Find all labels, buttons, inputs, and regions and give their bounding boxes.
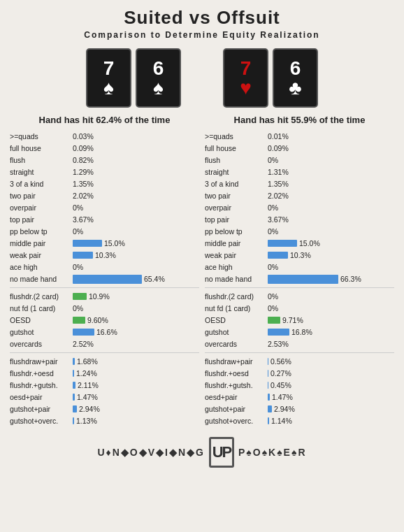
offsuit-col: >=quads 0.01% full house 0.09% flush 0% …: [202, 131, 397, 427]
stat-bar-area: 1.14%: [268, 417, 394, 425]
stat-row: weak pair 10.3%: [205, 250, 394, 261]
stat-label: flushdr.(2 card): [10, 292, 73, 301]
offsuit-card2-suit: ♣: [289, 78, 301, 98]
stat-label: flushdr.+oesd: [205, 369, 268, 378]
stat-row: flushdraw+pair 1.68%: [10, 356, 199, 367]
stat-label: ace high: [205, 263, 268, 271]
stat-pct: 2.11%: [78, 381, 99, 389]
stat-bar-area: 0.82%: [73, 156, 199, 164]
stat-row: gutshot+pair 2.94%: [205, 403, 394, 415]
stat-pct: 65.4%: [144, 275, 165, 283]
stat-pct: 2.02%: [268, 192, 289, 200]
offsuit-card1: 7 ♥: [223, 48, 268, 108]
stat-bar-area: 0%: [73, 304, 199, 312]
logo-row: U♦N◆O◆V◆I◆N◆G UP P♠O♠K♠E♠R: [0, 437, 404, 468]
stat-bar-area: 16.8%: [268, 328, 394, 336]
stat-pct: 0%: [73, 203, 83, 212]
suited-card1-rank: 7: [103, 59, 115, 78]
stat-label: >=quads: [205, 132, 268, 141]
offsuit-card2: 6 ♣: [273, 48, 318, 108]
stat-bar-area: 3.67%: [73, 215, 199, 224]
stat-bar-area: 10.3%: [268, 251, 394, 259]
stat-pct: 1.35%: [73, 180, 94, 188]
stat-label: middle pair: [10, 239, 73, 247]
stat-pct: 2.94%: [274, 405, 295, 413]
suited-col: >=quads 0.03% full house 0.09% flush 0.8…: [7, 131, 202, 427]
stat-row: ace high 0%: [10, 261, 199, 273]
stat-label: 3 of a kind: [10, 180, 73, 188]
stat-label: top pair: [10, 215, 73, 224]
stat-bar-area: 9.71%: [268, 316, 394, 324]
stat-pct: 66.3%: [340, 275, 361, 283]
stat-row: full house 0.09%: [205, 143, 394, 154]
divider: [205, 287, 394, 288]
stat-row: flushdr.(2 card) 0%: [205, 291, 394, 302]
page-title: Suited vs Offsuit: [0, 7, 404, 29]
stat-label: straight: [10, 168, 73, 176]
stat-row: flushdr.+oesd 0.27%: [205, 368, 394, 379]
stat-label: middle pair: [205, 239, 268, 247]
logo-right: P♠O♠K♠E♠R: [238, 447, 307, 458]
stat-pct: 2.94%: [79, 405, 100, 413]
stat-pct: 10.3%: [95, 251, 116, 259]
stat-row: 3 of a kind 1.35%: [205, 178, 394, 189]
stat-bar-area: 1.35%: [268, 180, 394, 188]
stat-pct: 2.02%: [73, 192, 94, 200]
stat-row: gutshot+pair 2.94%: [10, 403, 199, 415]
offsuit-card2-rank: 6: [290, 59, 301, 78]
stat-bar-area: 10.9%: [73, 292, 199, 301]
stat-bar-area: 2.02%: [73, 192, 199, 200]
stat-bar-area: 0%: [268, 304, 394, 312]
stat-label: flushdr.(2 card): [205, 292, 268, 301]
stat-pct: 2.53%: [268, 340, 289, 348]
stat-bar-area: 1.13%: [73, 417, 199, 425]
stat-row: middle pair 15.0%: [205, 238, 394, 249]
stat-bar-area: 65.4%: [73, 275, 199, 284]
stat-row: OESD 9.60%: [10, 315, 199, 326]
stat-bar-area: 1.47%: [268, 393, 394, 401]
stat-label: oesd+pair: [205, 393, 268, 401]
stat-label: full house: [205, 144, 268, 152]
stat-label: nut fd (1 card): [10, 304, 73, 312]
stat-pct: 2.52%: [73, 340, 94, 348]
stat-label: flushdr.+gutsh.: [10, 381, 73, 389]
stat-label: straight: [205, 168, 268, 176]
stat-bar-area: 0.03%: [73, 132, 199, 141]
stat-row: two pair 2.02%: [205, 190, 394, 201]
stat-bar-area: 3.67%: [268, 215, 394, 224]
stat-bar-area: 1.31%: [268, 168, 394, 176]
stat-row: gutshot 16.8%: [205, 326, 394, 338]
stat-row: overcards 2.52%: [10, 338, 199, 350]
stat-pct: 0.01%: [268, 132, 289, 141]
stat-pct: 0%: [73, 263, 83, 271]
suited-card2-suit: ♠: [153, 78, 164, 98]
suited-card1-suit: ♠: [103, 78, 114, 98]
stat-pct: 0.82%: [73, 156, 94, 164]
stat-row: flush 0%: [205, 154, 394, 166]
stat-pct: 0%: [73, 227, 83, 236]
stat-pct: 0.03%: [73, 132, 94, 141]
stat-label: flushdr.+oesd: [10, 369, 73, 378]
stat-row: overcards 2.53%: [205, 338, 394, 350]
stat-row: flushdr.+gutsh. 0.45%: [205, 380, 394, 391]
stat-row: oesd+pair 1.47%: [205, 391, 394, 403]
stat-bar-area: 1.35%: [73, 180, 199, 188]
stat-bar-area: 0%: [268, 227, 394, 236]
stat-label: flush: [10, 156, 73, 164]
stat-label: flush: [205, 156, 268, 164]
stat-pct: 0.09%: [268, 144, 289, 152]
stat-row: flushdr.+gutsh. 2.11%: [10, 380, 199, 391]
stat-pct: 9.60%: [87, 316, 108, 324]
stat-pct: 10.9%: [89, 292, 110, 301]
stat-bar-area: 0.09%: [73, 144, 199, 152]
stat-pct: 16.8%: [291, 328, 312, 336]
stat-label: overcards: [205, 340, 268, 348]
stat-label: overpair: [205, 203, 268, 212]
stat-row: straight 1.29%: [10, 166, 199, 178]
stat-pct: 15.0%: [299, 239, 320, 247]
stat-row: nut fd (1 card) 0%: [10, 303, 199, 314]
stat-bar-area: 1.68%: [73, 357, 199, 366]
stat-row: flushdraw+pair 0.56%: [205, 356, 394, 367]
stat-pct: 1.24%: [76, 369, 97, 378]
logo-emblem-letters: UP: [212, 443, 231, 461]
